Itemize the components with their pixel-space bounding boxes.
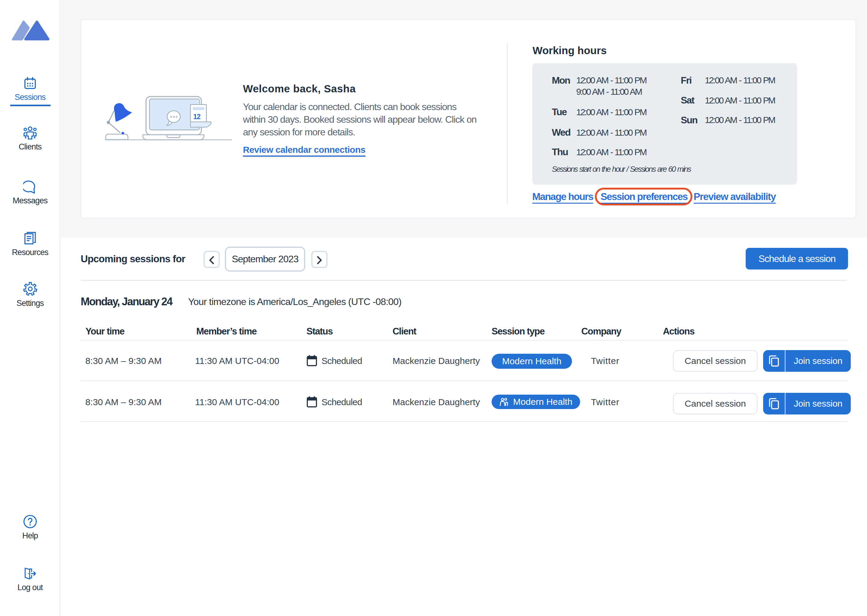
svg-text:12: 12: [193, 113, 200, 121]
